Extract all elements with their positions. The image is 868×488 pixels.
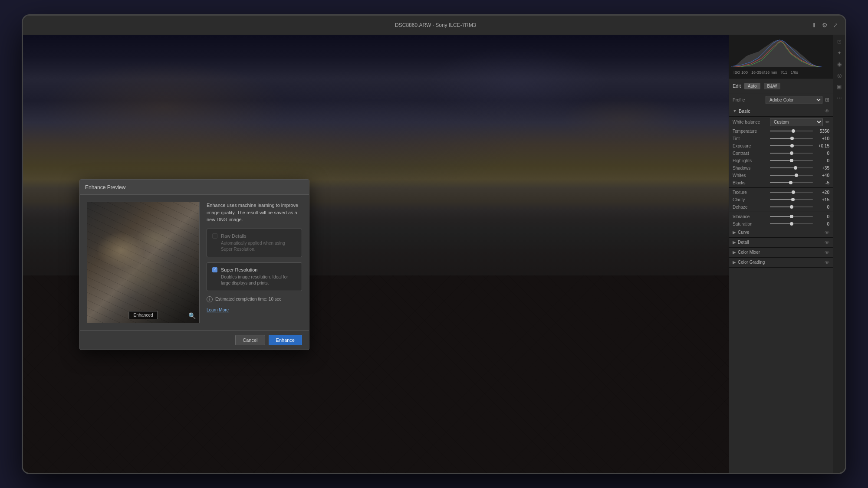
title-bar: _DSC8860.ARW · Sony ILCE-7RM3 ⬆ ⚙ ⤢	[23, 16, 845, 35]
slider-thumb	[789, 181, 792, 184]
eye-icon[interactable]: 👁	[825, 108, 829, 114]
dialog-titlebar: Enhance Preview	[80, 180, 309, 195]
raw-details-option: Raw Details Automatically applied when u…	[207, 229, 302, 257]
eye-icon[interactable]: 👁	[825, 250, 829, 255]
slider-row: Tint +10	[729, 135, 833, 142]
section-detail[interactable]: ▶ Detail 👁	[729, 238, 833, 248]
learn-more-link[interactable]: Learn More	[207, 308, 302, 312]
chevron-right-icon: ▶	[733, 260, 736, 265]
raw-details-header: Raw Details	[212, 233, 296, 239]
slider-row: Dehaze 0	[729, 203, 833, 211]
slider-label-clarity: Clarity	[733, 197, 767, 202]
slider-thumb	[795, 174, 798, 177]
slider-label-shadows: Shadows	[733, 166, 767, 170]
slider-fill	[770, 182, 791, 183]
eye-icon[interactable]: 👁	[825, 230, 829, 235]
shutter-value: 1/6s	[791, 70, 798, 75]
slider-thumb	[790, 222, 793, 226]
crop-icon[interactable]: ⊡	[837, 39, 842, 45]
white-balance-select[interactable]: Custom	[770, 118, 823, 126]
slider-track[interactable]	[770, 192, 813, 193]
slider-fill	[770, 175, 796, 176]
raw-details-checkbox[interactable]	[212, 233, 217, 239]
section-color-mixer[interactable]: ▶ Color Mixer 👁	[729, 248, 833, 258]
edit-label: Edit	[733, 83, 741, 88]
iso-value: ISO 100	[733, 70, 748, 75]
slider-track[interactable]	[770, 160, 813, 161]
slider-value: +35	[815, 166, 829, 170]
slider-value: +15	[815, 197, 829, 202]
panel-sections: Profile Adobe Color ⊞ ▼ Basic 👁	[729, 94, 833, 473]
cancel-button[interactable]: Cancel	[235, 335, 265, 345]
more-icon[interactable]: ⋯	[837, 95, 842, 101]
slider-label-tint: Tint	[733, 136, 767, 141]
slider-track[interactable]	[770, 223, 813, 224]
slider-label-dehaze: Dehaze	[733, 205, 767, 210]
edit-toolbar: Edit Auto B&W	[729, 79, 833, 94]
slider-track[interactable]	[770, 175, 813, 176]
slider-track[interactable]	[770, 182, 813, 183]
slider-thumb	[790, 137, 794, 140]
grid-icon[interactable]: ⊞	[825, 97, 829, 103]
slider-track[interactable]	[770, 138, 813, 139]
photo-area: Enhance Preview Enhanced 🔍 Enh	[23, 35, 729, 473]
main-content: Enhance Preview Enhanced 🔍 Enh	[23, 35, 845, 473]
slider-row: Blacks -5	[729, 179, 833, 187]
heal-icon[interactable]: ✦	[837, 50, 842, 56]
slider-thumb	[790, 159, 793, 162]
eye-icon[interactable]: 👁	[825, 240, 829, 245]
filter-icon[interactable]: ▣	[837, 84, 842, 90]
expand-icon[interactable]: ⤢	[833, 22, 838, 29]
basic-section-header[interactable]: ▼ Basic 👁	[729, 106, 833, 117]
super-resolution-checkbox[interactable]	[212, 267, 217, 272]
profile-select[interactable]: Adobe Color	[766, 96, 822, 104]
slider-fill	[770, 216, 792, 217]
settings-icon[interactable]: ⚙	[822, 22, 828, 29]
slider-row: Texture +20	[729, 189, 833, 196]
slider-value: 0	[815, 158, 829, 163]
slider-row: Saturation 0	[729, 220, 833, 228]
dialog-body: Enhanced 🔍 Enhance uses machine learning…	[80, 195, 309, 330]
section-label: Color Grading	[738, 260, 823, 265]
auto-button[interactable]: Auto	[744, 83, 760, 89]
slider-value: +10	[815, 136, 829, 141]
super-resolution-label: Super Resolution	[221, 267, 257, 272]
slider-label-blacks: Blacks	[733, 180, 767, 185]
slider-track[interactable]	[770, 167, 813, 168]
slider-track[interactable]	[770, 206, 813, 207]
export-icon[interactable]: ⬆	[812, 22, 817, 29]
section-curve[interactable]: ▶ Curve 👁	[729, 228, 833, 238]
eyedropper-icon[interactable]: ✏	[825, 119, 829, 125]
section-color-grading[interactable]: ▶ Color Grading 👁	[729, 258, 833, 268]
zoom-icon[interactable]: 🔍	[188, 312, 196, 319]
slider-row: Clarity +15	[729, 196, 833, 203]
red-eye-icon[interactable]: ◎	[837, 72, 842, 79]
slider-thumb	[790, 144, 794, 147]
slider-value: +0.15	[815, 144, 829, 148]
slider-track[interactable]	[770, 199, 813, 200]
camera-info: ISO 100 16-35@16 mm f/11 1/6s	[731, 69, 831, 76]
slider-row: Exposure +0.15	[729, 142, 833, 150]
white-balance-row: White balance Custom ✏	[729, 117, 833, 128]
mask-icon[interactable]: ◉	[837, 61, 842, 67]
slider-track[interactable]	[770, 131, 813, 131]
chevron-right-icon: ▶	[733, 250, 736, 255]
slider-fill	[770, 223, 792, 224]
dialog-title: Enhance Preview	[85, 184, 125, 190]
slider-track[interactable]	[770, 153, 813, 154]
slider-value: 0	[815, 214, 829, 219]
slider-label-whites: Whites	[733, 173, 767, 178]
dialog-description: Enhance uses machine learning to improve…	[207, 202, 302, 223]
slider-thumb	[791, 198, 795, 201]
enhance-button[interactable]: Enhance	[269, 335, 302, 345]
slider-row: Temperature 5350	[729, 128, 833, 135]
bw-button[interactable]: B&W	[764, 83, 781, 89]
slider-track[interactable]	[770, 145, 813, 146]
dialog-overlay: Enhance Preview Enhanced 🔍 Enh	[23, 35, 729, 473]
slider-row: Whites +40	[729, 172, 833, 179]
svg-marker-0	[731, 40, 831, 67]
eye-icon[interactable]: 👁	[825, 260, 829, 265]
dialog-footer: Cancel Enhance	[80, 330, 309, 350]
slider-thumb	[790, 215, 793, 218]
slider-track[interactable]	[770, 216, 813, 217]
